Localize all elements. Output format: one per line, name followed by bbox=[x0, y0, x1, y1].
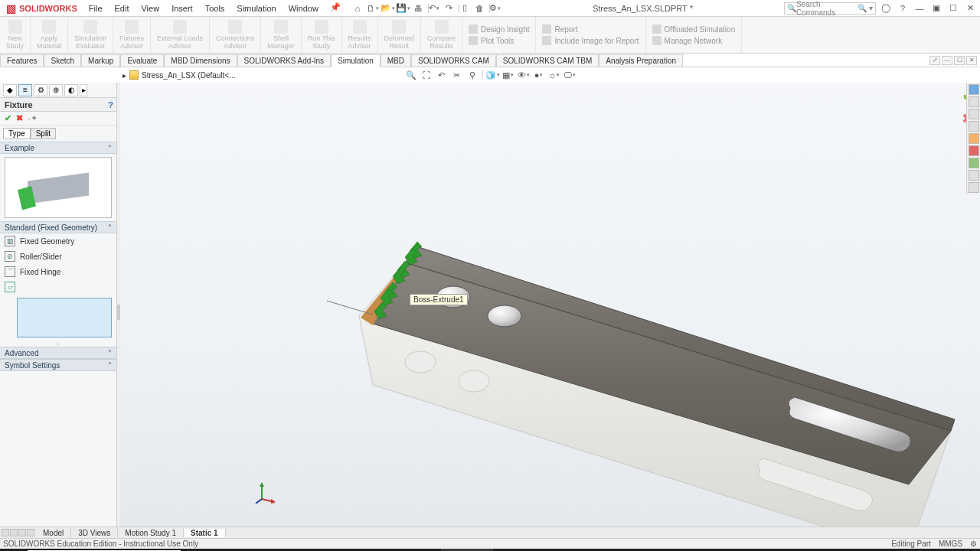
rbn-report[interactable]: Report bbox=[542, 24, 639, 34]
face-select-icon[interactable]: ▱ bbox=[5, 282, 15, 292]
close-icon[interactable]: ✕ bbox=[965, 3, 975, 14]
menu-edit[interactable]: Edit bbox=[109, 2, 135, 15]
qa-open-icon[interactable]: 📂 bbox=[382, 2, 394, 15]
tab-sketch[interactable]: Sketch bbox=[44, 54, 81, 67]
tab-markup[interactable]: Markup bbox=[81, 54, 120, 67]
doc-expand-icon[interactable]: ⤢ bbox=[929, 56, 940, 65]
taskpane-custom-props-icon[interactable] bbox=[969, 145, 979, 156]
rbn-external-loads[interactable]: External Loads Advisor bbox=[151, 17, 210, 53]
prev-view-icon[interactable]: ↶ bbox=[436, 70, 447, 80]
tab-sw-cam-tbm[interactable]: SOLIDWORKS CAM TBM bbox=[496, 54, 599, 67]
qa-print-icon[interactable]: 🖶 bbox=[413, 2, 425, 15]
rbn-compare-results[interactable]: Compare Results bbox=[421, 17, 462, 53]
rbn-deformed-result[interactable]: Deformed Result bbox=[378, 17, 422, 53]
tab-type[interactable]: Type bbox=[3, 128, 31, 139]
rbn-run-study[interactable]: Run This Study bbox=[302, 17, 342, 53]
rbn-include-image[interactable]: Include Image for Report bbox=[542, 36, 639, 45]
section-example[interactable]: Example˄ bbox=[0, 142, 116, 154]
scene-icon[interactable]: ☼ bbox=[549, 70, 560, 80]
view-settings-icon[interactable]: 🖵 bbox=[564, 70, 575, 80]
taskpane-forum-icon[interactable] bbox=[969, 158, 979, 168]
menu-tools[interactable]: Tools bbox=[200, 2, 230, 15]
rbn-shell-manager[interactable]: Shell Manager bbox=[261, 17, 302, 53]
rbn-apply-material[interactable]: Apply Material bbox=[31, 17, 68, 53]
four-view-icon[interactable] bbox=[27, 529, 34, 536]
ok-button[interactable]: ✔ bbox=[5, 113, 11, 123]
maximize-icon[interactable]: ☐ bbox=[948, 3, 959, 14]
menu-simulation[interactable]: Simulation bbox=[231, 2, 281, 15]
rbn-manage-network[interactable]: Manage Network bbox=[652, 36, 736, 45]
btab-static-1[interactable]: Static 1 bbox=[184, 529, 226, 537]
tab-mbd[interactable]: MBD bbox=[381, 54, 411, 67]
display-style-icon[interactable]: ▦ bbox=[503, 70, 514, 80]
rbn-new-study[interactable]: New Study bbox=[0, 17, 31, 53]
status-gear-icon[interactable]: ⚙ bbox=[970, 540, 977, 548]
minimize-icon[interactable]: — bbox=[914, 3, 925, 14]
tab-split[interactable]: Split bbox=[31, 128, 56, 139]
qa-save-icon[interactable]: 💾 bbox=[397, 2, 410, 15]
btab-motion-study[interactable]: Motion Study 1 bbox=[118, 529, 184, 537]
help-icon[interactable]: ? bbox=[897, 3, 908, 14]
status-units[interactable]: MMGS bbox=[939, 540, 962, 548]
qa-rebuild-icon[interactable]: 🗑 bbox=[474, 2, 486, 15]
graphics-viewport[interactable]: ✔ ✖ bbox=[120, 83, 980, 527]
tab-evaluate[interactable]: Evaluate bbox=[120, 54, 164, 67]
appearance-icon[interactable]: ● bbox=[534, 70, 544, 80]
btab-3dviews[interactable]: 3D Views bbox=[71, 529, 118, 537]
section-view-icon[interactable]: ✂ bbox=[452, 70, 462, 80]
doc-minimize-icon[interactable]: — bbox=[942, 56, 952, 65]
pin-icon[interactable]: 📌 bbox=[330, 2, 341, 15]
bc-expand-icon[interactable]: ▸ bbox=[122, 71, 126, 80]
view-orientation-icon[interactable]: 🧊 bbox=[488, 70, 498, 80]
radio-fixed-geometry[interactable]: ▥Fixed Geometry bbox=[0, 233, 116, 249]
two-view-v-icon[interactable] bbox=[18, 529, 26, 536]
zoom-area-icon[interactable]: ⛶ bbox=[421, 70, 432, 80]
tab-analysis-prep[interactable]: Analysis Preparation bbox=[599, 54, 683, 67]
rbn-offloaded-sim[interactable]: Offloaded Simulation bbox=[652, 24, 736, 34]
tab-features[interactable]: Features bbox=[0, 54, 44, 67]
qa-home-icon[interactable]: ⌂ bbox=[351, 2, 364, 15]
section-standard[interactable]: Standard (Fixed Geometry)˄ bbox=[0, 221, 116, 233]
taskpane-design-library-icon[interactable] bbox=[969, 96, 979, 107]
orientation-triad[interactable]: x bbox=[254, 481, 277, 504]
taskpane-view-palette-icon[interactable] bbox=[969, 121, 979, 132]
user-icon[interactable]: ◯ bbox=[880, 3, 891, 14]
rbn-sim-evaluator[interactable]: Simulation Evaluator bbox=[68, 17, 113, 53]
dynamic-annotation-icon[interactable]: ⚲ bbox=[467, 70, 478, 80]
tab-mbd-dimensions[interactable]: MBD Dimensions bbox=[164, 54, 237, 67]
fm-tab-property[interactable]: ≡ bbox=[18, 84, 32, 96]
menu-insert[interactable]: Insert bbox=[166, 2, 198, 15]
rbn-results-advisor[interactable]: Results Advisor bbox=[342, 17, 378, 53]
taskpane-file-explorer-icon[interactable] bbox=[969, 109, 979, 119]
doc-close-icon[interactable]: ✕ bbox=[966, 56, 977, 65]
taskpane-appearances-icon[interactable] bbox=[969, 133, 979, 144]
qa-undo-icon[interactable]: ↶ bbox=[428, 2, 440, 15]
menu-file[interactable]: File bbox=[83, 2, 108, 15]
selection-listbox[interactable] bbox=[17, 298, 112, 337]
panel-help-icon[interactable]: ? bbox=[108, 100, 113, 109]
search-commands-box[interactable]: 🔍 Search Commands 🔍 ▾ bbox=[784, 2, 876, 15]
selection-resize-handle[interactable]: ◦ bbox=[0, 341, 116, 347]
menu-window[interactable]: Window bbox=[283, 2, 324, 15]
breadcrumb[interactable]: ▸ Stress_An_LSX (Default<... bbox=[0, 70, 236, 80]
section-symbol-settings[interactable]: Symbol Settings˅ bbox=[0, 359, 116, 371]
taskpane-more-icon[interactable] bbox=[969, 182, 979, 193]
cancel-button[interactable]: ✖ bbox=[16, 113, 23, 123]
qa-options-icon[interactable]: ⚙ bbox=[489, 2, 501, 15]
qa-select-icon[interactable]: ▯ bbox=[459, 2, 471, 15]
rbn-connections[interactable]: Connections Advisor bbox=[210, 17, 261, 53]
two-view-h-icon[interactable] bbox=[10, 529, 18, 536]
tab-sw-addins[interactable]: SOLIDWORKS Add-Ins bbox=[237, 54, 331, 67]
taskpane-resources-icon[interactable] bbox=[969, 84, 979, 95]
fm-tab-display[interactable]: ◐ bbox=[64, 84, 78, 96]
pushpin-icon[interactable]: -✦ bbox=[28, 113, 38, 123]
doc-restore-icon[interactable]: ☐ bbox=[954, 56, 965, 65]
fm-tab-more[interactable]: ▸ bbox=[80, 84, 87, 96]
btab-model[interactable]: Model bbox=[36, 529, 71, 537]
fm-tab-tree[interactable]: ◆ bbox=[3, 84, 17, 96]
rbn-design-insight[interactable]: Design Insight bbox=[469, 24, 529, 34]
radio-fixed-hinge[interactable]: ⌒Fixed Hinge bbox=[0, 264, 116, 279]
menu-view[interactable]: View bbox=[136, 2, 165, 15]
qa-new-icon[interactable]: 🗋 bbox=[367, 2, 379, 15]
restore-icon[interactable]: ▣ bbox=[931, 3, 942, 14]
